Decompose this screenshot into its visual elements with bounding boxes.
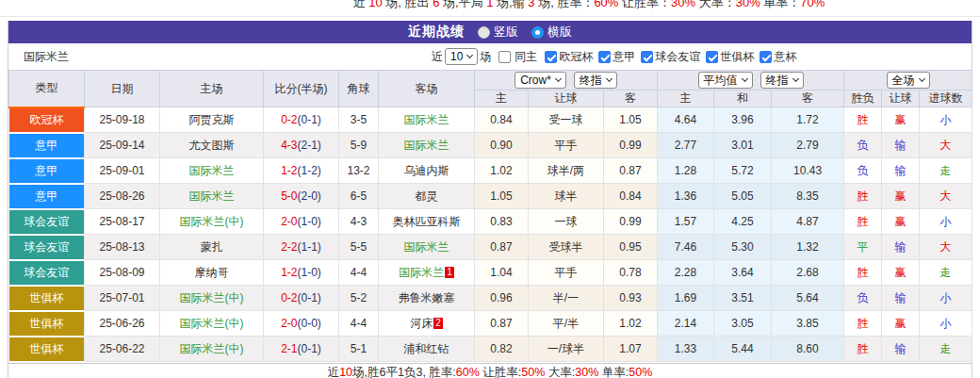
radio-horizontal-label[interactable]: 横版 bbox=[547, 24, 572, 41]
result-handicap-cell: 输 bbox=[882, 158, 920, 184]
europe-draw-odds-cell: 5.72 bbox=[714, 158, 772, 184]
corner-cell: 4-4 bbox=[339, 260, 379, 286]
asian-handicap-cell: 受一球 bbox=[529, 107, 604, 133]
score-cell: 0-2(0-1) bbox=[264, 107, 339, 133]
result-goals-cell: 大 bbox=[920, 235, 972, 260]
europe-away-odds-cell: 2.79 bbox=[772, 133, 844, 158]
result-winloss-cell: 胜 bbox=[844, 107, 882, 133]
home-team-cell: 尤文图斯 bbox=[160, 133, 264, 158]
europe-home-odds-cell: 1.36 bbox=[658, 184, 714, 209]
europe-draw-odds-cell: 5.44 bbox=[714, 337, 772, 362]
date-cell: 25-08-26 bbox=[85, 184, 160, 209]
league-filter-checkbox[interactable] bbox=[641, 51, 653, 63]
result-handicap-cell: 赢 bbox=[882, 184, 920, 209]
subcol-goals: 进球数 bbox=[920, 90, 972, 107]
asian-away-odds-cell: 1.05 bbox=[604, 107, 658, 133]
result-goals-cell: 走 bbox=[920, 260, 972, 286]
league-badge: 球会友谊 bbox=[9, 209, 85, 235]
away-team-cell: 河床2 bbox=[379, 311, 475, 337]
league-filter-label[interactable]: 球会友谊 bbox=[655, 49, 700, 65]
europe-away-odds-cell: 8.35 bbox=[772, 184, 844, 209]
radio-vertical-layout[interactable]: 竖版 bbox=[478, 24, 518, 41]
league-filter-label[interactable]: 世俱杯 bbox=[720, 49, 754, 65]
result-winloss-cell: 平 bbox=[844, 235, 882, 260]
asian-away-odds-cell: 0.99 bbox=[604, 133, 658, 158]
europe-home-odds-cell: 1.28 bbox=[658, 158, 714, 184]
europe-home-odds-cell: 1.69 bbox=[658, 286, 714, 311]
europe-away-odds-cell: 5.64 bbox=[772, 286, 844, 311]
europe-draw-odds-cell: 5.30 bbox=[714, 235, 772, 260]
league-filter-label[interactable]: 意杯 bbox=[774, 49, 796, 65]
asian-away-odds-cell: 0.99 bbox=[604, 209, 658, 235]
league-filter-checkbox[interactable] bbox=[706, 51, 718, 63]
home-team-cell: 蒙扎 bbox=[160, 235, 264, 260]
asian-home-odds-cell: 0.87 bbox=[475, 235, 529, 260]
subcol-handicap-result: 让球 bbox=[882, 90, 920, 107]
corner-cell: 4-3 bbox=[339, 209, 379, 235]
asian-away-odds-cell: 0.84 bbox=[604, 184, 658, 209]
date-cell: 25-09-18 bbox=[85, 107, 160, 133]
asian-handicap-cell: 一球 bbox=[529, 209, 604, 235]
result-winloss-cell: 胜 bbox=[844, 184, 882, 209]
chevron-down-icon bbox=[555, 75, 562, 82]
date-cell: 25-08-13 bbox=[85, 235, 160, 260]
result-winloss-cell: 胜 bbox=[844, 311, 882, 337]
result-scope-header: 全场 bbox=[844, 71, 972, 90]
result-winloss-cell: 负 bbox=[844, 286, 882, 311]
result-goals-cell: 走 bbox=[920, 337, 972, 362]
match-row: 欧冠杯25-09-18阿贾克斯0-2(0-1)3-5国际米兰0.84受一球1.0… bbox=[9, 107, 972, 133]
radio-horizontal-layout[interactable]: 横版 bbox=[531, 24, 572, 41]
result-winloss-cell: 胜 bbox=[844, 260, 882, 286]
radio-vertical-label[interactable]: 竖版 bbox=[494, 24, 518, 41]
away-team-cell: 浦和红钻 bbox=[379, 337, 475, 362]
europe-draw-odds-cell: 3.01 bbox=[714, 133, 772, 158]
col-header-type[interactable]: 类型 bbox=[9, 71, 85, 107]
league-badge: 世俱杯 bbox=[9, 311, 85, 337]
league-filter-checkbox[interactable] bbox=[760, 51, 772, 63]
section-title-bar: 近期战绩 竖版 横版 bbox=[8, 21, 972, 43]
scope-select[interactable]: 全场 bbox=[887, 72, 930, 89]
subcol-winloss: 胜负 bbox=[844, 90, 882, 107]
near-label: 近 bbox=[432, 49, 443, 65]
europe-home-odds-cell: 1.57 bbox=[658, 209, 714, 235]
result-goals-cell: 大 bbox=[920, 133, 972, 158]
radio-unselected-icon[interactable] bbox=[478, 26, 490, 39]
section-title: 近期战绩 bbox=[408, 24, 465, 41]
asian-handicap-cell: 平/半 bbox=[529, 311, 604, 337]
col-header-away: 客场 bbox=[379, 71, 475, 107]
odds-company-select[interactable]: Crow* bbox=[514, 72, 566, 89]
result-winloss-cell: 负 bbox=[844, 158, 882, 184]
subcol-asian-away: 客 bbox=[604, 90, 658, 107]
europe-stage-select[interactable]: 终指 bbox=[760, 72, 804, 89]
result-goals-cell: 大 bbox=[920, 184, 972, 209]
home-team-cell: 阿贾克斯 bbox=[160, 107, 264, 133]
asian-home-odds-cell: 1.05 bbox=[475, 184, 529, 209]
europe-draw-odds-cell: 3.05 bbox=[714, 311, 772, 337]
same-home-label[interactable]: 同主 bbox=[514, 49, 537, 65]
date-cell: 25-06-22 bbox=[85, 337, 160, 362]
home-team-cell: 国际米兰(中) bbox=[160, 286, 264, 311]
match-count-select[interactable]: 10 bbox=[445, 48, 478, 65]
asian-handicap-cell: 球半/两 bbox=[529, 158, 604, 184]
corner-cell: 5-9 bbox=[339, 133, 379, 158]
asian-handicap-cell: 受球半 bbox=[529, 235, 604, 260]
home-team-cell: 国际米兰(中) bbox=[160, 337, 264, 362]
page: 近 10 场, 胜出 6 场,平局 1 场,输 3 场, 胜率：60% 让胜率：… bbox=[0, 0, 980, 378]
league-filter-label[interactable]: 欧冠杯 bbox=[559, 49, 593, 65]
asian-home-odds-cell: 0.96 bbox=[475, 286, 529, 311]
col-header-home: 主场 bbox=[160, 71, 264, 107]
same-home-checkbox[interactable] bbox=[498, 51, 511, 63]
odds-stage-select[interactable]: 终指 bbox=[574, 72, 617, 89]
away-team-cell: 国际米兰 bbox=[379, 235, 475, 260]
away-team-cell: 弗鲁米嫩塞 bbox=[379, 286, 475, 311]
asian-handicap-cell: 平手 bbox=[529, 133, 604, 158]
col-header-date: 日期 bbox=[85, 71, 160, 107]
league-filter-label[interactable]: 意甲 bbox=[612, 49, 635, 65]
league-filter-checkbox[interactable] bbox=[598, 51, 611, 63]
result-goals-cell: 小 bbox=[920, 311, 972, 337]
radio-selected-icon[interactable] bbox=[531, 26, 544, 39]
score-cell: 2-0(0-0) bbox=[264, 311, 339, 337]
away-team-cell: 奥林匹亚科斯 bbox=[379, 209, 475, 235]
europe-avg-select[interactable]: 平均值 bbox=[698, 72, 753, 89]
league-filter-checkbox[interactable] bbox=[545, 51, 557, 63]
